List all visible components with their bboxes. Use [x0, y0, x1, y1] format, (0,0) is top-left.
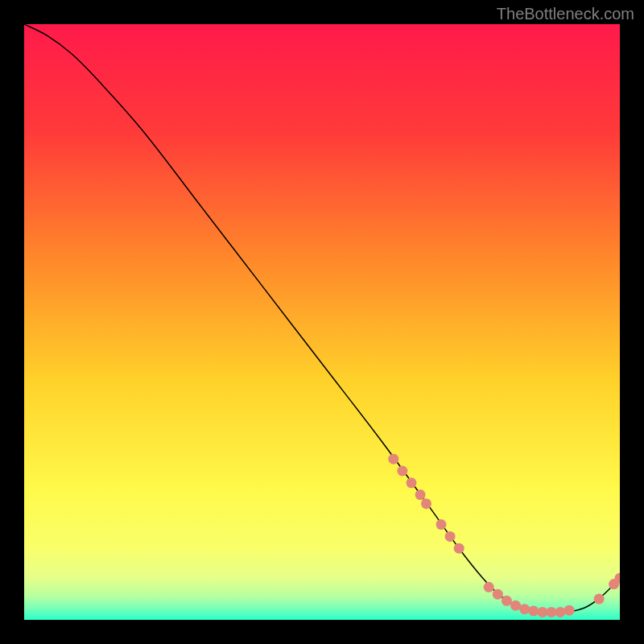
data-point: [537, 607, 547, 617]
data-point: [528, 605, 539, 616]
data-point: [502, 596, 512, 606]
data-point: [493, 589, 503, 600]
bottleneck-curve: [24, 24, 620, 613]
data-point: [397, 466, 407, 477]
data-point: [510, 601, 521, 611]
data-point: [484, 582, 494, 592]
watermark-text: TheBottleneck.com: [497, 5, 634, 23]
data-point: [555, 607, 566, 617]
data-point: [415, 489, 426, 500]
data-point: [445, 531, 456, 542]
data-point: [388, 454, 398, 464]
curve-layer: [24, 24, 620, 620]
data-point: [436, 519, 447, 530]
data-point: [546, 607, 556, 617]
data-point: [594, 594, 605, 605]
data-point: [519, 604, 530, 614]
data-point: [407, 477, 417, 488]
data-points-group: [388, 454, 620, 617]
data-point: [421, 498, 431, 509]
data-point: [564, 605, 575, 616]
plot-area: [24, 24, 620, 620]
data-point: [454, 543, 464, 554]
